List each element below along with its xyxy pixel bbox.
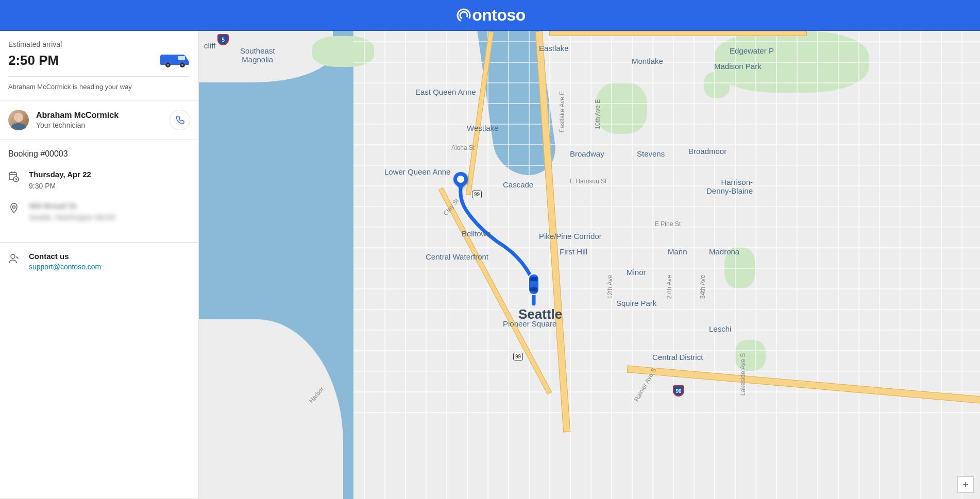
location-pin-icon <box>8 201 21 221</box>
zoom-in-button[interactable]: + <box>957 476 974 493</box>
map-label: Leschi <box>709 324 731 333</box>
booking-date: Thursday, Apr 22 <box>29 170 91 179</box>
svg-point-6 <box>181 64 183 66</box>
map-label: cliff <box>204 41 215 50</box>
svg-point-13 <box>11 254 15 259</box>
map-street-label: 34th Ave <box>699 275 706 299</box>
svg-point-1 <box>459 10 469 20</box>
eta-row: 2:50 PM <box>8 51 190 77</box>
map-label: Broadway <box>570 149 604 158</box>
map-label: Harrison-Denny-Blaine <box>706 178 753 195</box>
interstate-shield: 5 <box>217 34 229 45</box>
map-label: SoutheastMagnolia <box>240 46 275 64</box>
hwy-shield: 99 <box>513 353 523 360</box>
contact-label: Contact us <box>29 252 101 261</box>
eta-label: Estimated arrival <box>8 40 190 48</box>
van-icon <box>159 51 190 69</box>
details-sidebar: Estimated arrival 2:50 PM Abraham McCorm… <box>0 31 199 499</box>
map-label: Belltown <box>462 229 491 238</box>
map-city-label: Seattle <box>518 306 562 322</box>
call-technician-button[interactable] <box>170 110 190 130</box>
svg-point-4 <box>167 64 169 66</box>
map-label: Squire Park <box>616 299 656 307</box>
calendar-clock-icon <box>8 170 21 190</box>
logo-mark-icon <box>454 6 473 25</box>
map-street-label: Aloha St <box>451 144 475 151</box>
map-label: Mann <box>668 247 687 256</box>
map-label: Cascade <box>503 180 533 189</box>
map-label: Central Waterfront <box>426 252 488 261</box>
map-label: Madrona <box>709 247 739 256</box>
map-label: Montlake <box>632 57 663 65</box>
eta-section: Estimated arrival 2:50 PM Abraham McCorm… <box>0 31 198 100</box>
main-layout: Estimated arrival 2:50 PM Abraham McCorm… <box>0 31 980 499</box>
person-support-icon <box>8 252 21 271</box>
svg-rect-15 <box>530 277 537 281</box>
brand-name: ontoso <box>472 6 526 25</box>
map-label: Stevens <box>637 149 665 158</box>
svg-point-12 <box>13 206 15 209</box>
map-street-label: 12th Ave <box>606 275 614 299</box>
address-line1: 400 Broad St. <box>29 201 115 210</box>
contact-section: Contact us support@contoso.com <box>0 243 198 498</box>
map-street-label: E Harrison St <box>570 178 606 185</box>
map-street-label: E Pine St <box>655 220 681 228</box>
svg-rect-2 <box>178 56 185 60</box>
interstate-shield: 90 <box>673 385 684 397</box>
svg-rect-16 <box>530 287 537 291</box>
svg-point-0 <box>455 7 472 24</box>
map-label: First Hill <box>560 247 587 256</box>
hwy-shield: 99 <box>472 191 482 198</box>
eta-message: Abraham McCormick is heading your way <box>8 83 190 91</box>
map-label: Pike/Pine Corridor <box>539 232 602 240</box>
technician-name: Abraham McCormick <box>36 111 119 120</box>
technician-role: Your technician <box>36 121 119 129</box>
eta-time: 2:50 PM <box>8 53 59 68</box>
map-label: Westlake <box>467 124 498 132</box>
booking-number: Booking #00003 <box>8 149 190 159</box>
tracking-map[interactable]: // grid drawn after body parse below via… <box>199 31 980 499</box>
map-street-label: Lakeside Ave S <box>739 353 747 396</box>
map-street-label: 27th Ave <box>666 275 673 299</box>
technician-avatar <box>8 110 29 130</box>
map-label: Edgewater P <box>730 46 774 55</box>
map-street-label: Eastlake Ave E <box>559 91 566 133</box>
technician-section: Abraham McCormick Your technician <box>0 100 198 140</box>
booking-time: 9:30 PM <box>29 182 91 190</box>
map-label: Eastlake <box>539 44 569 53</box>
map-street-label: 10th Ave E <box>594 99 601 129</box>
brand-logo: ontoso <box>454 6 526 25</box>
booking-datetime: Thursday, Apr 22 9:30 PM <box>8 170 190 190</box>
map-label: Broadmoor <box>688 147 726 156</box>
phone-icon <box>175 115 185 125</box>
map-label: Lower Queen Anne <box>384 167 450 176</box>
booking-address: 400 Broad St. Seattle, Washington 98109 <box>8 201 190 221</box>
app-header: ontoso <box>0 0 980 31</box>
map-label: Madison Park <box>714 62 762 71</box>
booking-section: Booking #00003 Thursday, Apr 22 9:30 PM <box>0 140 198 243</box>
map-label: Minor <box>627 268 646 277</box>
contact-email-link[interactable]: support@contoso.com <box>29 263 101 271</box>
address-line2: Seattle, Washington 98109 <box>29 213 115 221</box>
vehicle-marker-icon <box>527 272 541 299</box>
map-label: Central District <box>652 353 703 362</box>
map-label: East Queen Anne <box>415 88 476 96</box>
